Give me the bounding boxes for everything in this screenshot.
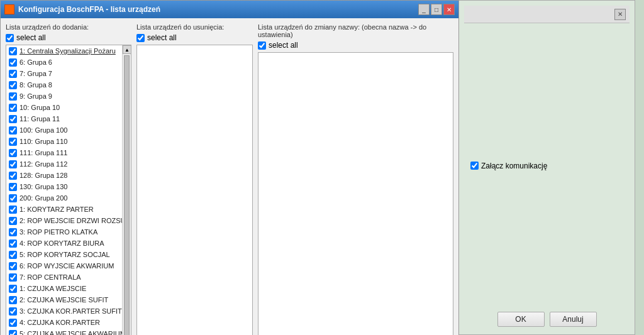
app-icon <box>4 4 14 14</box>
add-item-checkbox[interactable] <box>9 319 17 327</box>
add-list-item[interactable]: 112: Grupa 112 <box>6 158 122 170</box>
add-item-checkbox[interactable] <box>9 217 17 225</box>
add-item-label: 5: ROP KORYTARZ SOCJAL <box>19 250 110 260</box>
communication-checkbox[interactable] <box>470 162 479 170</box>
add-list-item[interactable]: 3: CZUJKA KOR.PARTER SUFIT <box>6 305 122 317</box>
remove-select-all-checkbox[interactable] <box>136 34 145 42</box>
add-item-label: 2: ROP WEJSCIE DRZWI ROZSUW <box>19 216 122 226</box>
add-item-label: 6: ROP WYJSCIE AKWARIUM <box>19 261 114 271</box>
add-list-item[interactable]: 1: Centrala Sygnalizacji Pożaru <box>6 45 122 57</box>
remove-select-all-label: select all <box>147 33 177 42</box>
add-list-item[interactable]: 2: CZUJKA WEJSCIE SUFIT <box>6 294 122 305</box>
add-item-checkbox[interactable] <box>9 104 17 112</box>
title-bar-buttons: _ □ ✕ <box>418 4 455 15</box>
add-item-checkbox[interactable] <box>9 251 17 259</box>
add-list-item[interactable]: 6: ROP WYJSCIE AKWARIUM <box>6 260 122 272</box>
add-scroll-up[interactable]: ▲ <box>123 45 131 54</box>
add-item-checkbox[interactable] <box>9 206 17 214</box>
add-list-item[interactable]: 130: Grupa 130 <box>6 181 122 192</box>
add-item-checkbox[interactable] <box>9 239 17 248</box>
add-select-all-label: select all <box>16 33 46 42</box>
add-list-item[interactable]: 3: ROP PIETRO KLATKA <box>6 226 122 238</box>
add-list-item[interactable]: 10: Grupa 10 <box>6 102 122 113</box>
add-item-label: 200: Grupa 200 <box>19 193 67 203</box>
add-list-item[interactable]: 7: Grupa 7 <box>6 68 122 79</box>
add-item-checkbox[interactable] <box>9 160 17 168</box>
add-list-item[interactable]: 100: Grupa 100 <box>6 124 122 136</box>
remove-list-panel: Lista urządzeń do usunięcia: select all <box>136 23 253 335</box>
add-list-item[interactable]: 110: Grupa 110 <box>6 136 122 147</box>
rename-select-all-checkbox[interactable] <box>258 41 266 50</box>
add-list-item[interactable]: 200: Grupa 200 <box>6 192 122 204</box>
add-list-item[interactable]: 9: Grupa 9 <box>6 91 122 102</box>
add-item-label: 111: Grupa 111 <box>19 148 67 158</box>
add-item-label: 1: CZUJKA WEJSCIE <box>19 283 86 294</box>
add-item-label: 2: CZUJKA WEJSCIE SUFIT <box>19 295 108 305</box>
side-content: Załącz komunikację <box>464 23 630 308</box>
add-item-label: 3: CZUJKA KOR.PARTER SUFIT <box>19 306 122 316</box>
add-item-checkbox[interactable] <box>9 47 17 55</box>
add-list-item[interactable]: 7: ROP CENTRALA <box>6 272 122 283</box>
add-item-checkbox[interactable] <box>9 138 17 146</box>
add-item-checkbox[interactable] <box>9 330 17 336</box>
main-window: Konfiguracja BoschFPA - lista urządzeń _… <box>0 0 459 335</box>
add-item-checkbox[interactable] <box>9 172 17 180</box>
communication-row: Załącz komunikację <box>470 162 547 170</box>
add-list-box: 1: Centrala Sygnalizacji Pożaru6: Grupa … <box>6 45 131 335</box>
add-list-item[interactable]: 1: CZUJKA WEJSCIE <box>6 283 122 294</box>
add-item-label: 1: KORYTARZ PARTER <box>19 204 94 214</box>
maximize-button[interactable]: □ <box>431 4 442 15</box>
add-item-checkbox[interactable] <box>9 92 17 101</box>
add-scrollbar[interactable]: ▲ ▼ <box>122 45 131 335</box>
add-list-item[interactable]: 111: Grupa 111 <box>6 147 122 158</box>
add-item-label: 3: ROP PIETRO KLATKA <box>19 227 97 237</box>
add-select-all-row: select all <box>6 33 131 42</box>
rename-list-panel: Lista urządzeń do zmiany nazwy: (obecna … <box>258 23 453 335</box>
rename-select-all-label: select all <box>269 41 298 50</box>
add-list-item[interactable]: 2: ROP WEJSCIE DRZWI ROZSUW <box>6 215 122 226</box>
add-item-checkbox[interactable] <box>9 70 17 78</box>
minimize-button[interactable]: _ <box>418 4 430 15</box>
add-list-item[interactable]: 8: Grupa 8 <box>6 79 122 91</box>
add-item-checkbox[interactable] <box>9 149 17 157</box>
side-window: ✕ Załącz komunikację OK Anuluj <box>459 0 635 335</box>
add-item-checkbox[interactable] <box>9 115 17 123</box>
add-item-checkbox[interactable] <box>9 296 17 304</box>
add-list-item[interactable]: 6: Grupa 6 <box>6 57 122 68</box>
add-scroll-thumb[interactable] <box>124 55 130 335</box>
add-list-item[interactable]: 11: Grupa 11 <box>6 113 122 124</box>
add-item-checkbox[interactable] <box>9 307 17 316</box>
add-item-checkbox[interactable] <box>9 228 17 236</box>
remove-list-box <box>136 45 253 335</box>
add-item-checkbox[interactable] <box>9 81 17 89</box>
side-title-bar: ✕ <box>464 6 630 23</box>
side-bottom: OK Anuluj <box>464 308 630 329</box>
add-item-label: 1: Centrala Sygnalizacji Pożaru <box>19 46 116 56</box>
add-select-all-checkbox[interactable] <box>6 34 14 42</box>
close-button[interactable]: ✕ <box>443 4 455 15</box>
add-item-checkbox[interactable] <box>9 262 17 270</box>
add-item-checkbox[interactable] <box>9 126 17 135</box>
add-list-item[interactable]: 5: CZUJKA WEJSCIE AKWARIUM <box>6 328 122 335</box>
add-list-item[interactable]: 5: ROP KORYTARZ SOCJAL <box>6 249 122 260</box>
side-close-button[interactable]: ✕ <box>614 9 626 20</box>
add-list-item[interactable]: 4: CZUJKA KOR.PARTER <box>6 317 122 328</box>
remove-select-all-row: select all <box>136 33 253 42</box>
add-item-label: 110: Grupa 110 <box>19 136 67 146</box>
add-item-checkbox[interactable] <box>9 183 17 191</box>
add-item-checkbox[interactable] <box>9 273 17 282</box>
add-item-label: 100: Grupa 100 <box>19 125 67 135</box>
add-list-item[interactable]: 128: Grupa 128 <box>6 170 122 181</box>
side-cancel-button[interactable]: Anuluj <box>550 312 597 327</box>
add-item-checkbox[interactable] <box>9 285 17 293</box>
add-list-item[interactable]: 4: ROP KORYTARZ BIURA <box>6 238 122 249</box>
ok-button[interactable]: OK <box>497 312 545 327</box>
add-list-item[interactable]: 1: KORYTARZ PARTER <box>6 204 122 215</box>
add-item-checkbox[interactable] <box>9 194 17 202</box>
communication-label: Załącz komunikację <box>481 162 547 170</box>
window-body: Lista urządzeń do dodania: select all 1:… <box>1 18 458 335</box>
add-list-inner: 1: Centrala Sygnalizacji Pożaru6: Grupa … <box>6 45 122 335</box>
add-item-checkbox[interactable] <box>9 58 17 67</box>
rename-list-box <box>258 52 453 335</box>
lists-row: Lista urządzeń do dodania: select all 1:… <box>6 23 453 335</box>
